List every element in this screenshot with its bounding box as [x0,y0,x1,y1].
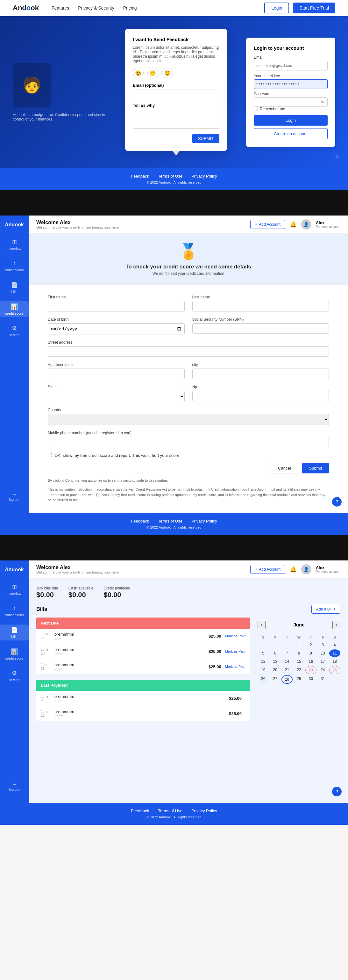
bills-add-account-button[interactable]: + Add Account [250,565,285,574]
cal-day[interactable]: 21 [282,666,293,674]
emoji-sad[interactable]: 😟 [162,68,173,78]
footer-privacy[interactable]: Privacy Policy [191,174,217,178]
emoji-happy[interactable]: 😊 [133,68,144,78]
cal-day[interactable]: 15 [293,658,304,665]
cal-day[interactable]: 5 [258,649,269,657]
footer-privacy-2[interactable]: Privacy Policy [191,519,217,523]
sidebar-item-setting[interactable]: ⚙ setting [0,323,28,339]
nav-features[interactable]: Features [52,5,69,11]
cal-day[interactable]: 6 [269,649,280,657]
cal-day[interactable]: 30 [305,675,316,684]
logout-button-2[interactable]: ⇥ log out [9,782,19,791]
cal-day[interactable]: 20 [269,666,280,674]
cal-day[interactable]: 2 [305,641,316,649]
cal-day[interactable]: 9 [305,649,316,657]
sidebar-item-credit-score[interactable]: 📊 credit score [0,301,28,317]
sidebar2-item-transactions[interactable]: ↕ transactions [0,603,28,619]
city-input[interactable] [192,369,329,379]
help-icon[interactable]: ? [333,153,342,162]
cal-day[interactable]: 14 [282,658,293,665]
cal-prev-button[interactable]: ‹ [258,621,266,629]
cal-day-23[interactable]: 23 [305,666,316,674]
feedback-textarea[interactable] [133,110,219,129]
last-name-input[interactable] [192,301,329,312]
consent-checkbox[interactable] [48,453,52,457]
cal-next-button[interactable]: › [332,621,340,629]
feedback-submit-button[interactable]: SUBMIT [192,134,219,143]
nav-privacy[interactable]: Privacy & Security [78,5,114,11]
sidebar-item-bills[interactable]: 📄 bills [0,280,28,296]
nav-pricing[interactable]: Pricing [123,5,137,11]
add-bill-button[interactable]: Add a Bill + [312,605,340,614]
apt-input[interactable] [48,369,185,379]
sidebar2-item-setting[interactable]: ⚙ setting [0,668,28,684]
add-account-button[interactable]: + Add Account [250,220,285,229]
cal-day[interactable]: 1 [293,641,304,649]
street-input[interactable] [48,346,329,357]
email-input[interactable] [254,61,327,70]
cal-day[interactable]: 3 [317,641,328,649]
help-button[interactable]: ? [332,497,342,507]
zip-input[interactable] [192,391,329,401]
sidebar-item-overview[interactable]: ⊞ overview [0,237,28,253]
password-input[interactable] [254,97,327,107]
cal-day-26[interactable]: 26 [258,675,269,684]
cal-day[interactable]: 19 [258,666,269,674]
cal-day[interactable]: 27 [269,675,280,684]
cal-day[interactable]: 16 [305,658,316,665]
start-free-button[interactable]: Start Free Trial [293,3,335,13]
footer-terms-2[interactable]: Terms of Use [158,519,182,523]
cal-day[interactable]: 13 [269,658,280,665]
cal-day-28[interactable]: 28 [282,675,293,684]
bell-icon[interactable]: 🔔 [290,221,297,228]
first-name-input[interactable] [48,301,185,312]
emoji-neutral[interactable]: 😐 [147,68,158,78]
cal-day[interactable]: 12 [258,658,269,665]
cal-day[interactable]: 4 [329,641,340,649]
dob-input[interactable] [48,323,185,334]
cal-day[interactable]: 17 [317,658,328,665]
footer-feedback-3[interactable]: Feedback [131,808,149,813]
login-submit-button[interactable]: Login [254,115,327,126]
footer-feedback[interactable]: Feedback [131,174,149,178]
cal-day[interactable]: 31 [317,675,328,684]
country-select[interactable] [48,414,329,425]
cal-day[interactable]: 22 [293,666,304,674]
eye-icon[interactable]: 👁 [321,100,325,105]
secret-key-input[interactable] [254,80,327,89]
state-select[interactable] [48,391,185,402]
cal-day[interactable] [269,641,280,649]
cal-day[interactable]: 29 [293,675,304,684]
footer-privacy-3[interactable]: Privacy Policy [191,808,217,813]
bills-bell-icon[interactable]: 🔔 [290,566,297,573]
cal-day[interactable]: 10 [317,649,328,657]
login-button[interactable]: Login [264,3,289,13]
cal-day[interactable]: 24 [317,666,328,674]
sidebar2-item-bills[interactable]: 📄 bills [0,625,28,641]
help-button-bills[interactable]: ? [332,787,342,796]
remember-checkbox[interactable] [254,107,258,111]
cal-day[interactable] [282,641,293,649]
cal-today[interactable]: 11 [329,649,340,657]
footer-feedback-2[interactable]: Feedback [131,519,149,523]
sidebar2-item-credit-score[interactable]: 📊 credit score [0,646,28,662]
cal-day[interactable]: 18 [329,658,340,665]
cancel-button[interactable]: Cancel [270,463,298,473]
sidebar-item-transactions[interactable]: ↕ transactions [0,258,28,274]
mark-paid-button[interactable]: Mark as Paid [225,634,245,638]
phone-input[interactable] [48,437,329,447]
logout-button[interactable]: ⇥ log out [9,493,19,501]
mark-paid-button-2[interactable]: Mark as Paid [225,649,245,653]
feedback-email-input[interactable] [133,89,219,99]
cal-day[interactable]: 7 [282,649,293,657]
sidebar2-item-overview[interactable]: ⊞ overview [0,582,28,597]
cal-day[interactable] [258,641,269,649]
cal-day[interactable]: 8 [293,649,304,657]
mark-paid-button-3[interactable]: Mark as Paid [225,665,245,668]
footer-terms-3[interactable]: Terms of Use [158,808,182,813]
cal-day-26[interactable]: 25 [329,666,340,674]
ssn-input[interactable] [192,323,329,334]
submit-button[interactable]: Submit [302,463,329,473]
create-account-button[interactable]: Create an account [254,128,327,139]
footer-terms[interactable]: Terms of Use [158,174,182,178]
